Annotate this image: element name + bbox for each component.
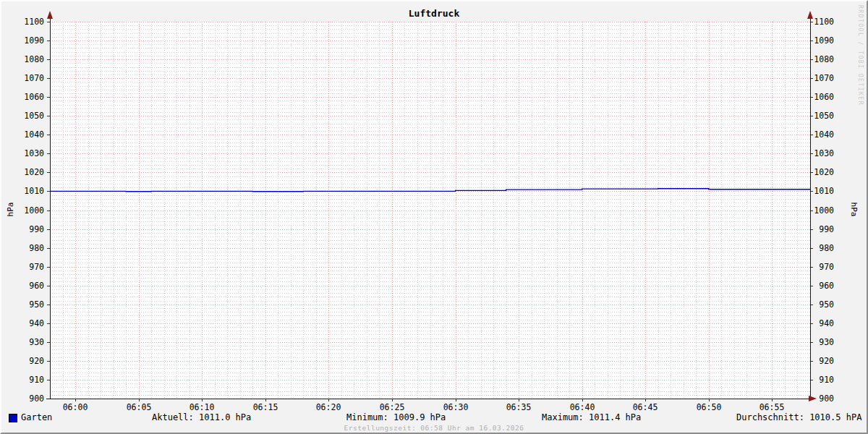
x-tick-label: 06:45 — [633, 402, 658, 412]
y-tick-label-right: 1040 — [814, 129, 834, 140]
y-tick-label-right: 1090 — [814, 35, 834, 46]
y-tick-label-left: 990 — [29, 224, 44, 234]
y-tick-label-right: 980 — [819, 243, 834, 253]
y-tick-label-left: 960 — [29, 281, 44, 291]
x-axis-arrow — [809, 396, 817, 401]
y-tick-label-right: 900 — [819, 393, 834, 404]
y-tick-label-left: 1040 — [24, 129, 44, 140]
y-tick-label-right: 940 — [819, 318, 834, 328]
y-tick-label-left: 1060 — [24, 92, 44, 102]
y-tick-label-left: 920 — [29, 356, 44, 366]
stat-minimum: Minimum: 1009.9 hPa — [346, 412, 446, 422]
x-tick-label: 06:15 — [253, 402, 278, 412]
x-tick-label: 06:35 — [506, 402, 532, 412]
stat-maximum: Maximum: 1011.4 hPa — [542, 412, 641, 422]
y-tick-label-right: 1020 — [814, 167, 834, 177]
y-tick-label-right: 920 — [819, 356, 834, 366]
x-tick-label: 06:50 — [697, 402, 722, 412]
y-tick-label-right: 1000 — [814, 205, 834, 216]
stat-average: Durchschnitt: 1010.5 hPA — [736, 412, 861, 422]
x-tick-label: 06:40 — [570, 402, 595, 412]
y-tick-label-left: 950 — [29, 299, 44, 310]
y-tick-label-left: 980 — [29, 243, 44, 253]
y-tick-label-left: 910 — [29, 375, 44, 385]
y-tick-label-right: 1030 — [814, 148, 834, 158]
legend-series-label: Garten — [21, 412, 52, 422]
y-tick-label-right: 960 — [819, 281, 834, 291]
y-tick-label-right: 1010 — [814, 186, 834, 196]
y-tick-label-left: 1010 — [24, 186, 44, 196]
y-tick-label-left: 1000 — [24, 205, 44, 216]
pressure-chart: 9009009109109209209309309409409509509609… — [1, 1, 868, 434]
y-tick-label-left: 970 — [29, 262, 44, 272]
y-tick-label-right: 1100 — [814, 17, 834, 27]
x-tick-label: 06:55 — [760, 402, 785, 412]
y-tick-label-left: 1070 — [24, 73, 44, 83]
y-tick-label-right: 930 — [819, 337, 834, 347]
y-tick-label-right: 970 — [819, 262, 834, 272]
x-tick-label: 06:20 — [316, 402, 341, 412]
y-tick-label-right: 1050 — [814, 111, 834, 121]
y-tick-label-left: 900 — [29, 393, 44, 404]
y-tick-label-right: 1080 — [814, 54, 834, 64]
rrdtool-graph: Luftdruck RRDTOOL / TOBI OETIKER hPa hPa… — [0, 0, 868, 434]
creation-timestamp: Erstellungszeit: 06:58 Uhr am 16.03.2026 — [1, 424, 867, 432]
y-tick-label-right: 910 — [819, 375, 834, 385]
legend-color-swatch — [9, 414, 17, 422]
y-tick-label-left: 1050 — [24, 111, 44, 121]
y-tick-label-right: 1070 — [814, 73, 834, 83]
y-tick-label-right: 990 — [819, 224, 834, 234]
y-tick-label-right: 1060 — [814, 92, 834, 102]
y-axis-arrow-right — [807, 11, 813, 19]
x-tick-label: 06:30 — [443, 402, 469, 412]
y-tick-label-left: 940 — [29, 318, 44, 328]
y-axis-arrow-left — [47, 11, 53, 19]
x-tick-label: 06:10 — [190, 402, 215, 412]
x-tick-label: 06:00 — [63, 402, 88, 412]
stat-current: Aktuell: 1011.0 hPa — [152, 412, 251, 422]
y-tick-label-right: 950 — [819, 299, 834, 310]
y-tick-label-left: 1100 — [24, 17, 44, 27]
x-tick-label: 06:25 — [380, 402, 405, 412]
y-tick-label-left: 930 — [29, 337, 44, 347]
x-tick-label: 06:05 — [127, 402, 152, 412]
y-tick-label-left: 1020 — [24, 167, 44, 177]
y-tick-label-left: 1030 — [24, 148, 44, 158]
y-tick-label-left: 1080 — [24, 54, 44, 64]
y-tick-label-left: 1090 — [24, 35, 44, 46]
